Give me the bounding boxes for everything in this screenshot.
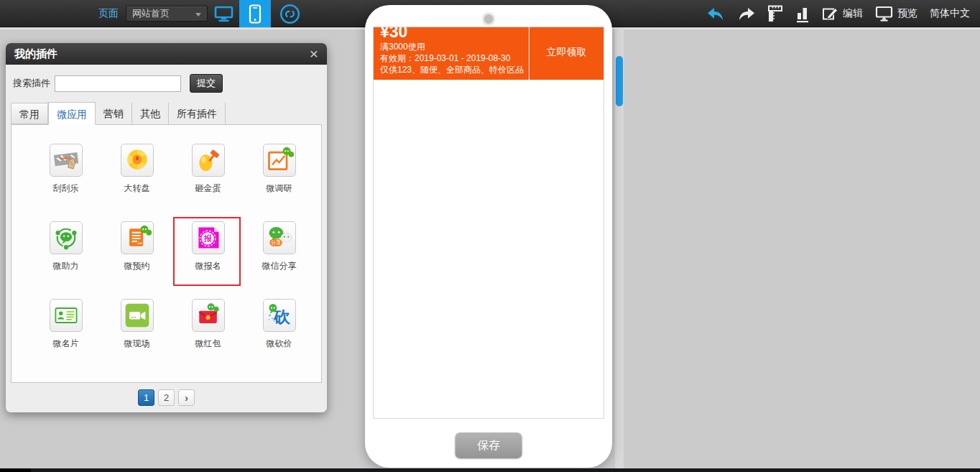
preview-button[interactable]: 预览 bbox=[875, 6, 917, 22]
plugin-label: 砸金蛋 bbox=[172, 182, 244, 195]
dialog-title: 我的插件 bbox=[14, 47, 310, 61]
plugin-item-bargain[interactable]: 砍微砍价 bbox=[244, 299, 315, 376]
golden-egg-icon bbox=[192, 144, 225, 177]
page-button-2[interactable]: 2 bbox=[158, 389, 175, 406]
plugin-item-golden-egg[interactable]: 砸金蛋 bbox=[172, 144, 244, 221]
undo-icon bbox=[707, 7, 725, 21]
coupon-claim-button[interactable]: 立即领取 bbox=[529, 27, 604, 80]
search-input[interactable] bbox=[55, 75, 181, 92]
desktop-monitor-icon bbox=[214, 5, 234, 23]
plugin-label: 大转盘 bbox=[101, 182, 172, 195]
phone-camera-dot bbox=[484, 14, 494, 24]
business-card-icon bbox=[50, 299, 83, 332]
svg-text:分享: 分享 bbox=[270, 239, 281, 246]
edit-pencil-icon bbox=[822, 6, 838, 22]
pagination: 12› bbox=[6, 389, 327, 406]
plugin-item-prize-wheel[interactable]: 大转盘 bbox=[101, 144, 172, 221]
svg-text:报: 报 bbox=[203, 234, 212, 243]
tab-4[interactable]: 其他 bbox=[132, 103, 169, 124]
plugin-label: 微报名 bbox=[172, 260, 244, 272]
edit-button[interactable]: 编辑 bbox=[822, 6, 863, 22]
bargain-icon: 砍 bbox=[263, 299, 296, 332]
chevron-down-icon bbox=[195, 13, 201, 17]
live-camera-icon bbox=[121, 299, 154, 332]
coupon-widget[interactable]: ¥30 满3000使用 有效期：2019-03-01 - 2019-08-30 … bbox=[374, 27, 604, 80]
save-button[interactable]: 保存 bbox=[456, 432, 522, 458]
coupon-amount: ¥30 bbox=[380, 27, 529, 41]
workspace-scrollbar-track[interactable] bbox=[615, 29, 624, 468]
mobile-phone-icon bbox=[248, 4, 262, 24]
redo-icon bbox=[737, 7, 755, 21]
plugin-label: 微现场 bbox=[101, 338, 172, 350]
tab-5[interactable]: 所有插件 bbox=[169, 103, 226, 124]
plugin-item-signup-page[interactable]: 报微报名 bbox=[172, 221, 244, 299]
tab-2[interactable]: 微应用 bbox=[48, 102, 96, 125]
language-switcher[interactable]: 简体中文 bbox=[930, 7, 970, 20]
plugin-panel: 刮刮乐大转盘砸金蛋微调研微助力微预约报微报名分享微信分享微名片微现场微红包砍微砍… bbox=[11, 125, 322, 383]
plugin-item-booking-doc[interactable]: 微预约 bbox=[101, 221, 172, 299]
plugin-label: 微助力 bbox=[30, 260, 101, 272]
plugin-item-boost-circle[interactable]: 微助力 bbox=[30, 221, 101, 299]
plugin-label: 微名片 bbox=[30, 338, 101, 350]
workspace-scrollbar-thumb[interactable] bbox=[616, 56, 623, 106]
prize-wheel-icon bbox=[121, 144, 154, 177]
page-button-1[interactable]: 1 bbox=[138, 389, 154, 406]
language-label: 简体中文 bbox=[930, 7, 970, 20]
bar-chart-icon bbox=[795, 5, 810, 23]
plugin-item-scratch-card[interactable]: 刮刮乐 bbox=[30, 144, 101, 221]
phone-preview-frame: ¥30 满3000使用 有效期：2019-03-01 - 2019-08-30 … bbox=[365, 5, 612, 468]
coupon-condition: 满3000使用 bbox=[380, 41, 529, 52]
phone-screen: ¥30 满3000使用 有效期：2019-03-01 - 2019-08-30 … bbox=[373, 27, 604, 419]
redo-button[interactable] bbox=[737, 7, 755, 21]
search-label: 搜索插件 bbox=[13, 77, 50, 90]
signup-page-icon: 报 bbox=[192, 221, 225, 254]
plugin-label: 微调研 bbox=[244, 182, 315, 195]
plugin-label: 微红包 bbox=[172, 338, 244, 350]
page-select-dropdown[interactable]: 网站首页 bbox=[126, 6, 208, 22]
boost-circle-icon bbox=[50, 221, 83, 254]
page-label: 页面 bbox=[98, 7, 119, 20]
booking-doc-icon bbox=[121, 221, 154, 254]
preview-label: 预览 bbox=[897, 7, 917, 20]
coupon-scope: 仅供123、随便、全部商品、特价区品 bbox=[380, 64, 529, 75]
plugin-label: 微信分享 bbox=[244, 260, 315, 272]
ruler-icon bbox=[767, 4, 783, 23]
my-plugins-dialog: 我的插件 × 搜索插件 提交 常用微应用营销其他所有插件 刮刮乐大转盘砸金蛋微调… bbox=[6, 43, 327, 412]
dialog-titlebar: 我的插件 × bbox=[6, 43, 327, 65]
preview-monitor-icon bbox=[875, 6, 893, 22]
desktop-view-button[interactable] bbox=[208, 0, 239, 27]
bottom-strip-left-segment bbox=[0, 468, 31, 472]
plugin-item-wechat-share[interactable]: 分享微信分享 bbox=[244, 221, 315, 299]
bottom-strip bbox=[0, 468, 980, 472]
scratch-card-icon bbox=[50, 144, 83, 177]
close-icon[interactable]: × bbox=[310, 47, 318, 61]
plugin-tabs: 常用微应用营销其他所有插件 bbox=[11, 102, 322, 125]
page-select-value: 网站首页 bbox=[132, 7, 170, 20]
next-page-button[interactable]: › bbox=[178, 389, 195, 406]
ruler-button[interactable] bbox=[767, 4, 783, 23]
plugin-item-live-camera[interactable]: 微现场 bbox=[101, 299, 172, 376]
wechat-share-icon: 分享 bbox=[263, 221, 296, 254]
red-packet-icon bbox=[192, 299, 225, 332]
coupon-validity: 有效期：2019-03-01 - 2019-08-30 bbox=[380, 52, 529, 64]
plugin-item-red-packet[interactable]: 微红包 bbox=[172, 299, 244, 376]
link-circle-icon bbox=[279, 4, 300, 24]
survey-chart-icon bbox=[263, 144, 296, 177]
tab-1[interactable]: 常用 bbox=[11, 103, 48, 124]
plugin-label: 微预约 bbox=[101, 260, 172, 272]
plugin-item-business-card[interactable]: 微名片 bbox=[30, 299, 101, 376]
mobile-view-button[interactable] bbox=[239, 0, 271, 27]
submit-button[interactable]: 提交 bbox=[190, 74, 223, 93]
stats-button[interactable] bbox=[795, 5, 810, 23]
plugin-grid: 刮刮乐大转盘砸金蛋微调研微助力微预约报微报名分享微信分享微名片微现场微红包砍微砍… bbox=[30, 144, 318, 376]
plugin-label: 微砍价 bbox=[244, 338, 315, 350]
edit-label: 编辑 bbox=[843, 7, 863, 20]
plugin-label: 刮刮乐 bbox=[30, 182, 101, 195]
plugin-item-survey-chart[interactable]: 微调研 bbox=[244, 144, 315, 221]
tab-3[interactable]: 营销 bbox=[96, 103, 132, 124]
page-link-button[interactable] bbox=[274, 0, 305, 27]
undo-button[interactable] bbox=[707, 7, 725, 21]
